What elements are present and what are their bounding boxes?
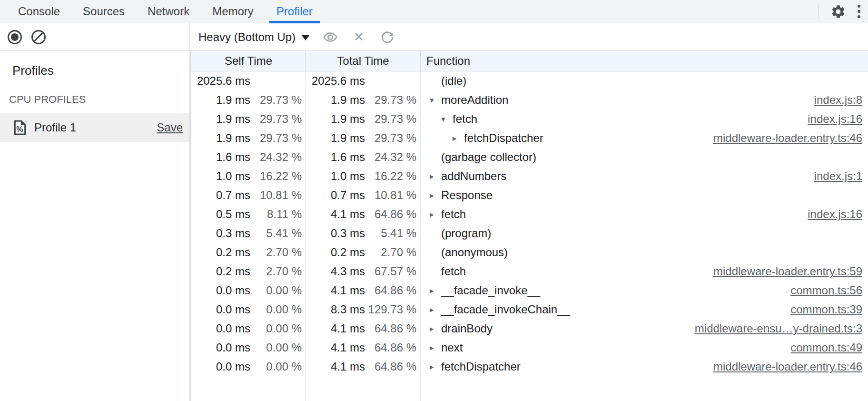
self-time-percent: 29.73 % xyxy=(250,93,302,107)
total-time-ms: 4.1 ms xyxy=(310,322,365,335)
self-time-percent: 0.00 % xyxy=(250,303,302,316)
view-mode-select[interactable]: Heavy (Bottom Up) xyxy=(198,30,310,44)
more-options-kebab-icon[interactable] xyxy=(858,5,860,18)
tree-toggle-icon[interactable]: ▸ xyxy=(430,211,441,219)
total-time-cell: 1.9 ms29.73 % xyxy=(306,93,421,107)
profile-list-item[interactable]: % Profile 1 Save xyxy=(0,113,189,142)
tab-sources[interactable]: Sources xyxy=(78,0,129,23)
self-time-ms: 0.0 ms xyxy=(196,341,250,354)
total-time-percent: 16.22 % xyxy=(365,170,416,183)
source-link[interactable]: common.ts:39 xyxy=(781,303,862,316)
function-name: addNumbers xyxy=(441,170,506,183)
table-row[interactable]: 0.0 ms0.00 %8.3 ms129.73 %▸__facade_invo… xyxy=(191,300,868,319)
table-row[interactable]: 0.0 ms0.00 %4.1 ms64.86 %▸drainBodymiddl… xyxy=(191,319,868,338)
reload-icon[interactable] xyxy=(379,29,395,45)
tree-toggle-icon[interactable]: ▸ xyxy=(430,306,441,314)
column-header-self-time[interactable]: Self Time xyxy=(191,51,306,71)
self-time-cell: 1.9 ms29.73 % xyxy=(191,93,306,107)
total-time-percent: 64.86 % xyxy=(365,208,416,221)
tree-toggle-icon[interactable]: ▸ xyxy=(430,172,441,180)
self-time-cell: 0.0 ms0.00 % xyxy=(191,341,306,354)
function-cell: ▸Response xyxy=(421,189,868,202)
table-row[interactable]: 0.2 ms2.70 %0.2 ms2.70 %(anonymous) xyxy=(191,243,868,262)
source-link[interactable]: index.js:16 xyxy=(798,208,862,221)
total-time-ms: 4.1 ms xyxy=(310,360,365,373)
tab-console[interactable]: Console xyxy=(13,0,65,23)
total-time-ms: 1.9 ms xyxy=(310,93,365,107)
total-time-cell: 0.7 ms10.81 % xyxy=(306,189,421,202)
devtools-profiler-panel: Console Sources Network Memory Profiler … xyxy=(0,0,868,401)
table-row[interactable]: 0.3 ms5.41 %0.3 ms5.41 %(program) xyxy=(191,224,868,243)
table-row[interactable]: 1.9 ms29.73 %1.9 ms29.73 %▾moreAdditioni… xyxy=(191,90,868,110)
table-row[interactable]: 0.0 ms0.00 %4.1 ms64.86 %▸fetchDispatche… xyxy=(191,357,868,376)
self-time-cell: 1.9 ms29.73 % xyxy=(191,112,306,126)
self-time-percent xyxy=(250,74,302,88)
tree-toggle-icon[interactable]: ▸ xyxy=(430,287,441,295)
table-row[interactable]: 0.7 ms10.81 %0.7 ms10.81 %▸Response xyxy=(191,186,868,205)
tree-toggle-icon[interactable]: ▸ xyxy=(430,363,441,371)
total-time-cell: 2025.6 ms xyxy=(306,74,421,88)
function-cell: ▸nextcommon.ts:49 xyxy=(421,341,868,354)
function-cell: ▸__facade_invokeChain__common.ts:39 xyxy=(421,303,868,316)
total-time-percent: 29.73 % xyxy=(365,93,416,107)
self-time-cell: 1.0 ms16.22 % xyxy=(191,170,306,183)
self-time-ms: 0.0 ms xyxy=(196,303,250,316)
table-row[interactable]: 0.0 ms0.00 %4.1 ms64.86 %▸__facade_invok… xyxy=(191,281,868,300)
record-profile-icon[interactable] xyxy=(8,30,22,44)
source-link[interactable]: index.js:16 xyxy=(798,112,862,126)
total-time-percent: 29.73 % xyxy=(365,131,416,145)
total-time-percent: 64.86 % xyxy=(365,360,416,373)
clear-profiles-icon[interactable] xyxy=(31,30,46,44)
exclude-x-icon[interactable] xyxy=(351,29,367,45)
source-link[interactable]: middleware-loader.entry.ts:46 xyxy=(704,360,862,373)
tree-toggle-icon[interactable]: ▸ xyxy=(453,134,464,142)
self-time-ms: 1.9 ms xyxy=(196,112,250,126)
function-name: fetch xyxy=(441,265,466,278)
source-link[interactable]: index.js:8 xyxy=(805,93,862,107)
source-link[interactable]: common.ts:56 xyxy=(781,284,862,297)
table-row[interactable]: 1.0 ms16.22 %1.0 ms16.22 %▸addNumbersind… xyxy=(191,167,868,186)
svg-text:%: % xyxy=(16,125,23,133)
self-time-percent: 29.73 % xyxy=(250,131,302,145)
table-row[interactable]: 0.2 ms2.70 %4.3 ms67.57 %fetchmiddleware… xyxy=(191,262,868,281)
tab-memory[interactable]: Memory xyxy=(207,0,258,23)
function-cell: ▸fetchDispatchermiddleware-loader.entry.… xyxy=(421,360,868,373)
table-row[interactable]: 1.6 ms24.32 %1.6 ms24.32 %(garbage colle… xyxy=(191,148,868,167)
table-row[interactable]: 2025.6 ms2025.6 ms(idle) xyxy=(191,71,868,90)
total-time-percent: 64.86 % xyxy=(365,341,416,354)
sidebar-title: Profiles xyxy=(0,60,189,78)
source-link[interactable]: middleware-loader.entry.ts:59 xyxy=(704,265,862,278)
table-row[interactable]: 0.0 ms0.00 %4.1 ms64.86 %▸nextcommon.ts:… xyxy=(191,338,868,357)
source-link[interactable]: common.ts:49 xyxy=(781,341,862,354)
table-row[interactable]: 1.9 ms29.73 %1.9 ms29.73 %▸fetchDispatch… xyxy=(191,129,868,148)
settings-gear-icon[interactable] xyxy=(829,2,847,20)
tree-toggle-icon[interactable]: ▾ xyxy=(430,96,441,104)
source-link[interactable]: index.js:1 xyxy=(805,170,862,183)
total-time-percent: 29.73 % xyxy=(365,112,416,126)
tree-toggle-icon[interactable]: ▸ xyxy=(430,191,441,200)
function-name: __facade_invoke__ xyxy=(441,284,540,297)
self-time-cell: 0.2 ms2.70 % xyxy=(191,265,306,278)
tab-label: Memory xyxy=(212,5,254,18)
table-row[interactable]: 0.5 ms8.11 %4.1 ms64.86 %▸fetchindex.js:… xyxy=(191,205,868,224)
focus-eye-icon[interactable] xyxy=(322,29,338,45)
column-header-function[interactable]: Function xyxy=(421,51,868,71)
table-row[interactable]: 1.9 ms29.73 %1.9 ms29.73 %▾fetchindex.js… xyxy=(191,110,868,129)
save-profile-link[interactable]: Save xyxy=(157,121,183,134)
total-time-ms: 1.9 ms xyxy=(310,112,365,126)
tree-toggle-icon[interactable]: ▾ xyxy=(441,115,453,123)
tab-profiler[interactable]: Profiler xyxy=(272,0,317,23)
source-link[interactable]: middleware-loader.entry.ts:46 xyxy=(704,131,862,145)
total-time-percent: 24.32 % xyxy=(365,150,416,164)
tree-toggle-icon[interactable]: ▸ xyxy=(430,344,441,352)
tab-network[interactable]: Network xyxy=(143,0,194,23)
self-time-ms: 1.9 ms xyxy=(196,131,250,145)
total-time-ms: 1.6 ms xyxy=(310,150,365,164)
self-time-cell: 0.2 ms2.70 % xyxy=(191,246,306,259)
self-time-percent: 0.00 % xyxy=(250,341,302,354)
source-link[interactable]: middleware-ensu…y-drained.ts:3 xyxy=(685,322,862,335)
function-name: (idle) xyxy=(441,74,466,88)
tree-toggle-icon[interactable]: ▸ xyxy=(430,325,441,333)
column-header-total-time[interactable]: Total Time xyxy=(306,51,421,71)
self-time-percent: 0.00 % xyxy=(250,322,302,335)
